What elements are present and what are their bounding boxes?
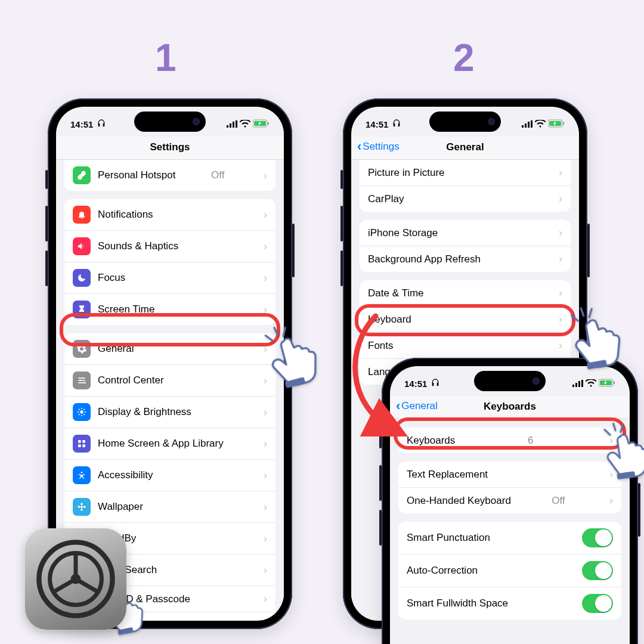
status-time: 14:51 (404, 379, 427, 389)
row-datetime[interactable]: Date & Time › (360, 280, 571, 306)
back-button[interactable]: ‹ General (396, 400, 438, 413)
chevron-right-icon: › (559, 253, 562, 265)
row-label: One-Handed Keyboard (407, 495, 511, 507)
svg-point-24 (80, 506, 83, 508)
row-label: Keyboards (407, 435, 455, 447)
row-keyboards-list[interactable]: Keyboards 6 › (398, 428, 621, 453)
svg-rect-37 (563, 122, 564, 125)
svg-rect-34 (531, 120, 532, 128)
back-button[interactable]: ‹ Settings (357, 140, 400, 153)
svg-point-25 (80, 503, 82, 505)
row-screentime[interactable]: Screen Time › (64, 293, 275, 325)
row-keyboard[interactable]: Keyboard › (360, 306, 571, 332)
battery-icon (548, 119, 565, 129)
row-fonts[interactable]: Fonts › (360, 332, 571, 358)
svg-rect-0 (227, 125, 228, 128)
svg-line-68 (55, 579, 76, 591)
svg-rect-2 (233, 122, 234, 128)
status-time: 14:51 (70, 119, 93, 129)
row-label: Fonts (368, 340, 394, 352)
chevron-right-icon: › (264, 374, 267, 387)
row-accessibility[interactable]: Accessibility › (64, 459, 275, 491)
settings-app-icon[interactable] (25, 528, 126, 630)
svg-line-67 (76, 579, 96, 591)
chevron-right-icon: › (264, 209, 267, 221)
row-homescreen[interactable]: Home Screen & App Library › (64, 428, 275, 459)
navbar-keyboards: ‹ General Keyboards (390, 396, 630, 419)
svg-rect-32 (525, 123, 527, 128)
row-label: Wallpaper (98, 501, 143, 513)
row-one-handed[interactable]: One-Handed Keyboard Off › (398, 487, 621, 513)
row-autocorrect[interactable]: Auto-Correction (398, 554, 621, 587)
row-label: Text Replacement (407, 469, 488, 481)
chevron-right-icon: › (609, 468, 613, 481)
headphones-icon (392, 119, 401, 130)
row-label: Background App Refresh (368, 253, 481, 265)
svg-point-9 (83, 382, 85, 384)
row-fullwidth[interactable]: Smart Fullwidth Space (398, 587, 621, 620)
svg-rect-22 (82, 444, 85, 447)
chevron-right-icon: › (264, 469, 267, 482)
wifi-icon (535, 119, 546, 129)
chevron-left-icon: ‹ (396, 400, 400, 413)
row-general[interactable]: General › (64, 333, 275, 364)
row-focus[interactable]: Focus › (64, 262, 275, 293)
toggle-on[interactable] (582, 594, 613, 613)
accessibility-icon (73, 466, 91, 484)
row-label: Control Center (98, 374, 164, 386)
row-label: Sounds & Haptics (98, 240, 178, 252)
row-label: Smart Fullwidth Space (407, 597, 508, 609)
svg-rect-3 (236, 120, 237, 128)
chevron-right-icon: › (559, 193, 562, 205)
row-text-replacement[interactable]: Text Replacement › (398, 462, 621, 487)
row-label: Personal Hotspot (98, 169, 175, 181)
svg-rect-41 (581, 380, 583, 387)
chevron-right-icon: › (264, 272, 267, 284)
row-label: Auto-Correction (407, 565, 478, 577)
svg-point-8 (80, 380, 82, 382)
wifi-icon (240, 119, 250, 129)
row-label: Date & Time (368, 287, 424, 299)
row-label: Accessibility (98, 469, 153, 481)
svg-rect-44 (614, 381, 615, 384)
chevron-right-icon: › (264, 240, 267, 253)
svg-line-15 (79, 409, 79, 410)
chevron-right-icon: › (264, 438, 267, 450)
row-label: CarPlay (368, 193, 404, 205)
row-bg-refresh[interactable]: Background App Refresh › (360, 246, 571, 272)
grid-icon (73, 435, 91, 453)
toggle-on[interactable] (582, 528, 613, 547)
svg-point-7 (82, 377, 84, 379)
row-storage[interactable]: iPhone Storage › (360, 220, 571, 246)
navbar-settings: Settings (56, 137, 284, 160)
svg-point-28 (83, 506, 86, 507)
row-value: 6 (528, 435, 533, 447)
dynamic-island (134, 112, 206, 132)
svg-line-17 (79, 414, 79, 415)
chevron-right-icon: › (264, 619, 267, 620)
svg-line-16 (84, 414, 85, 415)
chevron-right-icon: › (609, 434, 613, 447)
row-smart-punct[interactable]: Smart Punctuation (398, 522, 621, 554)
sliders-icon (73, 371, 91, 389)
phone-3: 14:51 ‹ General Keyboards Keyboards 6 › (382, 358, 638, 644)
page-title: General (446, 141, 484, 153)
row-wallpaper[interactable]: Wallpaper › (64, 491, 275, 522)
row-personal-hotspot[interactable]: Personal Hotspot Off › (64, 160, 275, 191)
toggle-on[interactable] (582, 561, 613, 580)
battery-icon (599, 379, 615, 389)
chevron-right-icon: › (559, 313, 562, 326)
navbar-general: ‹ Settings General (351, 137, 579, 160)
row-notifications[interactable]: Notifications › (64, 199, 275, 230)
dynamic-island (474, 371, 546, 391)
row-control-center[interactable]: Control Center › (64, 364, 275, 396)
row-sounds[interactable]: Sounds & Haptics › (64, 230, 275, 262)
row-display[interactable]: Display & Brightness › (64, 396, 275, 428)
svg-rect-40 (578, 381, 580, 387)
speaker-icon (73, 237, 91, 255)
row-label: Display & Brightness (98, 406, 191, 418)
status-time: 14:51 (366, 119, 388, 129)
row-carplay[interactable]: CarPlay › (360, 185, 571, 212)
row-pip[interactable]: Picture in Picture › (360, 160, 571, 185)
wifi-icon (586, 379, 596, 389)
